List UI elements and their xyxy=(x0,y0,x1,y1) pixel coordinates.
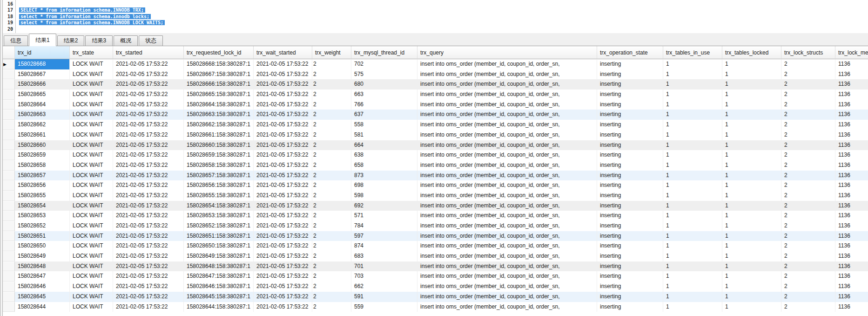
cell-trx_requested_lock_id[interactable]: 158028652:158:380287:1 xyxy=(184,221,254,231)
cell-trx_id[interactable]: 158028660 xyxy=(15,140,70,151)
cell-trx_requested_lock_id[interactable]: 158028662:158:380287:1 xyxy=(184,120,254,130)
cell-trx_state[interactable]: LOCK WAIT xyxy=(70,140,113,151)
row-selector-gutter[interactable] xyxy=(3,69,15,80)
cell-trx_lock_mem[interactable]: 1136 xyxy=(835,120,868,130)
row-selector-gutter[interactable] xyxy=(3,231,15,241)
cell-trx_wait_started[interactable]: 2021-02-05 17:53:22 xyxy=(254,89,312,100)
cell-trx_lock_mem[interactable]: 1136 xyxy=(835,79,868,89)
cell-trx_tables_in_use[interactable]: 1 xyxy=(663,292,722,302)
cell-trx_operation_state[interactable]: inserting xyxy=(597,241,663,251)
cell-trx_tables_locked[interactable]: 1 xyxy=(722,251,781,261)
cell-trx_lock_mem[interactable]: 1136 xyxy=(835,191,868,201)
cell-trx_requested_lock_id[interactable]: 158028665:158:380287:1 xyxy=(184,89,254,100)
cell-trx_requested_lock_id[interactable]: 158028661:158:380287:1 xyxy=(184,130,254,140)
cell-trx_operation_state[interactable]: inserting xyxy=(597,292,663,302)
cell-trx_id[interactable]: 158028654 xyxy=(15,201,70,211)
cell-trx_lock_mem[interactable]: 1136 xyxy=(835,271,868,282)
cell-trx_tables_in_use[interactable]: 1 xyxy=(663,221,722,231)
cell-trx_query[interactable]: insert into oms_order (member_id, coupon… xyxy=(417,171,597,181)
cell-trx_requested_lock_id[interactable]: 158028655:158:380287:1 xyxy=(184,191,254,201)
sql-code-line[interactable] xyxy=(20,1,868,7)
cell-trx_tables_locked[interactable]: 1 xyxy=(722,201,781,211)
cell-trx_tables_locked[interactable]: 1 xyxy=(722,89,781,100)
tab-result2[interactable]: 结果2 xyxy=(57,35,85,46)
column-header-trx_id[interactable]: trx_id xyxy=(15,46,70,59)
cell-trx_requested_lock_id[interactable]: 158028650:158:380287:1 xyxy=(184,241,254,251)
cell-trx_operation_state[interactable]: inserting xyxy=(597,231,663,241)
cell-trx_operation_state[interactable]: inserting xyxy=(597,110,663,120)
cell-trx_tables_in_use[interactable]: 1 xyxy=(663,171,722,181)
cell-trx_tables_locked[interactable]: 1 xyxy=(722,271,781,282)
cell-trx_tables_locked[interactable]: 1 xyxy=(722,130,781,140)
cell-trx_lock_mem[interactable]: 1136 xyxy=(835,241,868,251)
cell-trx_wait_started[interactable]: 2021-02-05 17:53:22 xyxy=(254,271,312,282)
cell-trx_operation_state[interactable]: inserting xyxy=(597,59,663,69)
cell-trx_mysql_thread_id[interactable]: 558 xyxy=(351,120,417,130)
cell-trx_operation_state[interactable]: inserting xyxy=(597,211,663,221)
cell-trx_id[interactable]: 158028664 xyxy=(15,100,70,110)
cell-trx_lock_mem[interactable]: 1136 xyxy=(835,150,868,160)
cell-trx_weight[interactable]: 2 xyxy=(312,100,351,110)
cell-trx_tables_in_use[interactable]: 1 xyxy=(663,120,722,130)
cell-trx_mysql_thread_id[interactable]: 766 xyxy=(351,100,417,110)
cell-trx_operation_state[interactable]: inserting xyxy=(597,282,663,292)
cell-trx_requested_lock_id[interactable]: 158028653:158:380287:1 xyxy=(184,211,254,221)
cell-trx_mysql_thread_id[interactable]: 663 xyxy=(351,89,417,100)
cell-trx_requested_lock_id[interactable]: 158028649:158:380287:1 xyxy=(184,251,254,261)
row-selector-gutter[interactable] xyxy=(3,180,15,191)
cell-trx_wait_started[interactable]: 2021-02-05 17:53:22 xyxy=(254,110,312,120)
cell-trx_id[interactable]: 158028662 xyxy=(15,120,70,130)
cell-trx_wait_started[interactable]: 2021-02-05 17:53:22 xyxy=(254,211,312,221)
cell-trx_mysql_thread_id[interactable]: 598 xyxy=(351,191,417,201)
cell-trx_started[interactable]: 2021-02-05 17:53:22 xyxy=(113,100,184,110)
grid-corner-cell[interactable] xyxy=(3,46,15,59)
column-header-trx_state[interactable]: trx_state xyxy=(70,46,113,59)
cell-trx_requested_lock_id[interactable]: 158028660:158:380287:1 xyxy=(184,140,254,151)
cell-trx_wait_started[interactable]: 2021-02-05 17:53:22 xyxy=(254,59,312,69)
cell-trx_operation_state[interactable]: inserting xyxy=(597,140,663,151)
cell-trx_state[interactable]: LOCK WAIT xyxy=(70,130,113,140)
row-selector-gutter[interactable] xyxy=(3,140,15,151)
cell-trx_weight[interactable]: 2 xyxy=(312,211,351,221)
cell-trx_query[interactable]: insert into oms_order (member_id, coupon… xyxy=(417,292,597,302)
cell-trx_lock_structs[interactable]: 2 xyxy=(781,150,835,160)
cell-trx_started[interactable]: 2021-02-05 17:53:22 xyxy=(113,171,184,181)
cell-trx_tables_locked[interactable]: 1 xyxy=(722,150,781,160)
column-header-trx_query[interactable]: trx_query xyxy=(417,46,597,59)
column-header-trx_requested_lock_id[interactable]: trx_requested_lock_id xyxy=(184,46,254,59)
cell-trx_id[interactable]: 158028661 xyxy=(15,130,70,140)
cell-trx_tables_in_use[interactable]: 1 xyxy=(663,160,722,171)
cell-trx_tables_in_use[interactable]: 1 xyxy=(663,191,722,201)
cell-trx_lock_structs[interactable]: 2 xyxy=(781,79,835,89)
cell-trx_query[interactable]: insert into oms_order (member_id, coupon… xyxy=(417,282,597,292)
cell-trx_lock_mem[interactable]: 1136 xyxy=(835,201,868,211)
cell-trx_lock_structs[interactable]: 2 xyxy=(781,302,835,312)
cell-trx_query[interactable]: insert into oms_order (member_id, coupon… xyxy=(417,201,597,211)
cell-trx_requested_lock_id[interactable]: 158028647:158:380287:1 xyxy=(184,271,254,282)
cell-trx_weight[interactable]: 2 xyxy=(312,180,351,191)
cell-trx_tables_in_use[interactable]: 1 xyxy=(663,261,722,272)
cell-trx_state[interactable]: LOCK WAIT xyxy=(70,160,113,171)
cell-trx_id[interactable]: 158028665 xyxy=(15,89,70,100)
cell-trx_wait_started[interactable]: 2021-02-05 17:53:22 xyxy=(254,160,312,171)
row-selector-gutter[interactable] xyxy=(3,79,15,89)
cell-trx_lock_mem[interactable]: 1136 xyxy=(835,110,868,120)
cell-trx_weight[interactable]: 2 xyxy=(312,292,351,302)
cell-trx_requested_lock_id[interactable]: 158028667:158:380287:1 xyxy=(184,69,254,80)
cell-trx_state[interactable]: LOCK WAIT xyxy=(70,211,113,221)
cell-trx_query[interactable]: insert into oms_order (member_id, coupon… xyxy=(417,191,597,201)
cell-trx_started[interactable]: 2021-02-05 17:53:22 xyxy=(113,140,184,151)
cell-trx_lock_structs[interactable]: 2 xyxy=(781,89,835,100)
cell-trx_weight[interactable]: 2 xyxy=(312,130,351,140)
row-selector-gutter[interactable] xyxy=(3,271,15,282)
cell-trx_lock_structs[interactable]: 2 xyxy=(781,171,835,181)
row-selector-gutter[interactable] xyxy=(3,201,15,211)
cell-trx_weight[interactable]: 2 xyxy=(312,160,351,171)
cell-trx_requested_lock_id[interactable]: 158028668:158:380287:1 xyxy=(184,59,254,69)
cell-trx_query[interactable]: insert into oms_order (member_id, coupon… xyxy=(417,130,597,140)
cell-trx_lock_structs[interactable]: 2 xyxy=(781,69,835,80)
cell-trx_id[interactable]: 158028663 xyxy=(15,110,70,120)
cell-trx_tables_in_use[interactable]: 1 xyxy=(663,89,722,100)
row-selector-gutter[interactable] xyxy=(3,251,15,261)
cell-trx_id[interactable]: 158028648 xyxy=(15,261,70,272)
